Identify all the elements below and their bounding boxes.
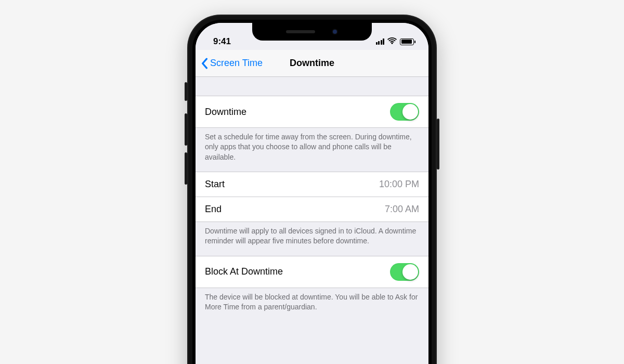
status-time: 9:41 [213, 36, 231, 47]
cellular-icon [376, 38, 385, 45]
block-footer: The device will be blocked at downtime. … [196, 288, 428, 322]
nav-title: Downtime [290, 58, 334, 69]
start-label: Start [205, 179, 225, 190]
nav-bar: Screen Time Downtime [196, 50, 428, 77]
back-label: Screen Time [210, 58, 263, 69]
block-toggle[interactable] [390, 263, 419, 281]
downtime-label: Downtime [205, 107, 246, 118]
downtime-row: Downtime [196, 96, 428, 128]
start-value: 10:00 PM [379, 179, 419, 190]
notch [252, 23, 372, 41]
back-button[interactable]: Screen Time [196, 58, 263, 69]
battery-icon [400, 38, 414, 45]
block-label: Block At Downtime [205, 266, 283, 277]
downtime-footer: Set a schedule for time away from the sc… [196, 128, 428, 172]
phone-frame: 9:41 Screen Time Downtime [187, 15, 437, 364]
chevron-left-icon [201, 58, 208, 69]
end-row[interactable]: End 7:00 AM [196, 197, 428, 222]
end-label: End [205, 204, 222, 215]
start-row[interactable]: Start 10:00 PM [196, 172, 428, 197]
end-value: 7:00 AM [385, 204, 419, 215]
schedule-footer: Downtime will apply to all devices signe… [196, 222, 428, 256]
screen: 9:41 Screen Time Downtime [196, 23, 428, 364]
downtime-toggle[interactable] [390, 103, 419, 121]
block-row: Block At Downtime [196, 256, 428, 288]
wifi-icon [387, 36, 397, 47]
